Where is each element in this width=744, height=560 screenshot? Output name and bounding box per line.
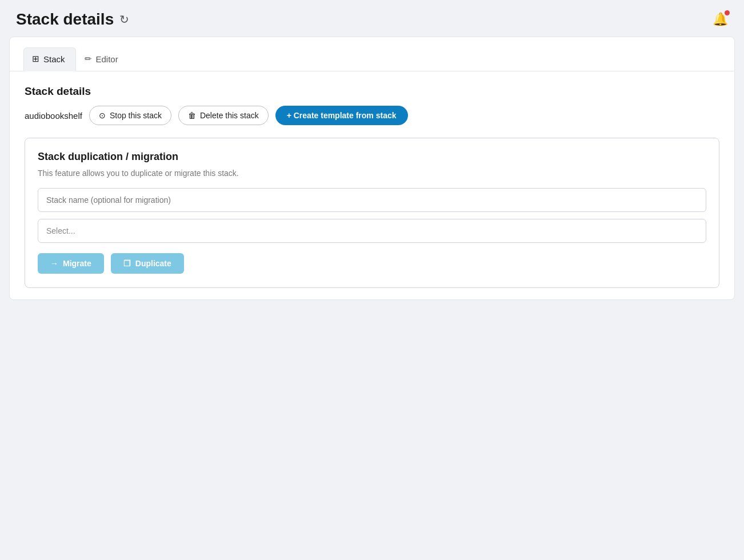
section-title: Stack details xyxy=(25,85,719,98)
migration-title: Stack duplication / migration xyxy=(38,151,706,163)
notification-bell-wrap[interactable]: 🔔 xyxy=(713,12,728,27)
stop-button-label: Stop this stack xyxy=(110,111,162,120)
stop-icon: ⊙ xyxy=(99,111,106,120)
stack-tab-label: Stack xyxy=(43,54,65,64)
editor-tab-icon: ✏ xyxy=(85,54,92,64)
delete-icon: 🗑 xyxy=(188,111,196,120)
duplicate-icon: ❐ xyxy=(123,259,131,268)
stack-name-input[interactable] xyxy=(38,188,706,212)
migrate-label: Migrate xyxy=(63,259,91,268)
tab-stack[interactable]: ⊞ Stack xyxy=(23,47,76,71)
migrate-button[interactable]: → Migrate xyxy=(38,253,104,274)
notification-badge xyxy=(725,10,730,15)
card-body: Stack details audiobookshelf ⊙ Stop this… xyxy=(10,71,734,299)
page-title-row: Stack details ↻ xyxy=(16,10,129,29)
tab-editor[interactable]: ✏ Editor xyxy=(76,47,129,71)
migrate-icon: → xyxy=(50,259,58,268)
migration-desc: This feature allows you to duplicate or … xyxy=(38,169,706,178)
editor-tab-label: Editor xyxy=(96,54,118,64)
delete-stack-button[interactable]: 🗑 Delete this stack xyxy=(178,106,269,125)
stack-tab-icon: ⊞ xyxy=(32,54,39,64)
tabs-bar: ⊞ Stack ✏ Editor xyxy=(10,37,734,71)
page-title: Stack details xyxy=(16,10,114,29)
create-template-label: + Create template from stack xyxy=(287,111,397,120)
refresh-icon[interactable]: ↻ xyxy=(119,13,129,26)
stop-stack-button[interactable]: ⊙ Stop this stack xyxy=(89,106,171,125)
main-card: ⊞ Stack ✏ Editor Stack details audiobook… xyxy=(9,37,735,300)
migration-section: Stack duplication / migration This featu… xyxy=(25,138,719,288)
delete-button-label: Delete this stack xyxy=(200,111,259,120)
create-template-button[interactable]: + Create template from stack xyxy=(275,106,408,125)
duplicate-label: Duplicate xyxy=(135,259,171,268)
duplicate-button[interactable]: ❐ Duplicate xyxy=(111,253,184,274)
stack-name-label: audiobookshelf xyxy=(25,111,82,121)
stack-action-row: audiobookshelf ⊙ Stop this stack 🗑 Delet… xyxy=(25,106,719,125)
endpoint-select[interactable]: Select... xyxy=(38,219,706,243)
migration-buttons: → Migrate ❐ Duplicate xyxy=(38,253,706,274)
